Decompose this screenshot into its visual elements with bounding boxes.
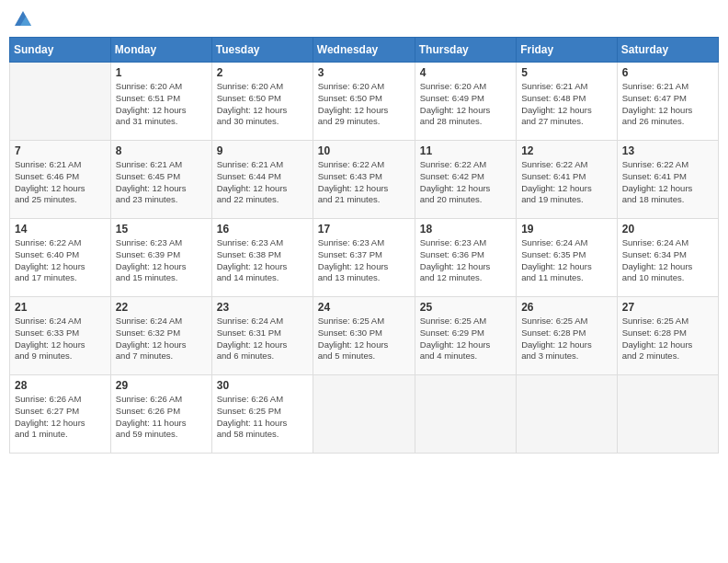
day-number: 23 — [217, 301, 308, 314]
calendar-cell: 7Sunrise: 6:21 AM Sunset: 6:46 PM Daylig… — [10, 141, 111, 219]
day-info: Sunrise: 6:24 AM Sunset: 6:32 PM Dayligh… — [116, 316, 207, 362]
calendar-cell: 29Sunrise: 6:26 AM Sunset: 6:26 PM Dayli… — [110, 375, 211, 454]
day-info: Sunrise: 6:25 AM Sunset: 6:28 PM Dayligh… — [622, 316, 713, 362]
day-info: Sunrise: 6:21 AM Sunset: 6:47 PM Dayligh… — [622, 81, 713, 128]
day-info: Sunrise: 6:21 AM Sunset: 6:46 PM Dayligh… — [15, 159, 106, 206]
calendar-cell: 17Sunrise: 6:23 AM Sunset: 6:37 PM Dayli… — [313, 219, 415, 297]
day-info: Sunrise: 6:22 AM Sunset: 6:40 PM Dayligh… — [15, 237, 106, 284]
calendar-cell: 8Sunrise: 6:21 AM Sunset: 6:45 PM Daylig… — [110, 141, 211, 219]
day-number: 12 — [521, 144, 612, 157]
day-number: 21 — [15, 301, 106, 314]
day-number: 28 — [15, 379, 106, 392]
day-number: 16 — [217, 223, 308, 236]
day-info: Sunrise: 6:21 AM Sunset: 6:48 PM Dayligh… — [521, 81, 612, 128]
day-number: 8 — [116, 144, 207, 157]
calendar-cell: 19Sunrise: 6:24 AM Sunset: 6:35 PM Dayli… — [517, 219, 618, 297]
day-number: 5 — [521, 66, 612, 79]
week-row-5: 28Sunrise: 6:26 AM Sunset: 6:27 PM Dayli… — [10, 375, 719, 454]
day-info: Sunrise: 6:23 AM Sunset: 6:38 PM Dayligh… — [217, 237, 308, 284]
day-number: 29 — [116, 379, 207, 392]
week-row-4: 21Sunrise: 6:24 AM Sunset: 6:33 PM Dayli… — [10, 297, 719, 375]
calendar-cell: 1Sunrise: 6:20 AM Sunset: 6:51 PM Daylig… — [110, 63, 211, 141]
day-info: Sunrise: 6:21 AM Sunset: 6:45 PM Dayligh… — [116, 159, 207, 206]
day-info: Sunrise: 6:26 AM Sunset: 6:27 PM Dayligh… — [15, 394, 106, 441]
calendar-cell: 2Sunrise: 6:20 AM Sunset: 6:50 PM Daylig… — [211, 63, 313, 141]
day-info: Sunrise: 6:24 AM Sunset: 6:35 PM Dayligh… — [521, 237, 612, 284]
day-number: 10 — [318, 144, 410, 157]
week-row-3: 14Sunrise: 6:22 AM Sunset: 6:40 PM Dayli… — [10, 219, 719, 297]
column-header-monday: Monday — [110, 38, 211, 63]
day-number: 13 — [622, 144, 713, 157]
column-header-saturday: Saturday — [617, 38, 718, 63]
calendar-cell — [415, 375, 516, 454]
day-number: 9 — [217, 144, 308, 157]
calendar-cell: 15Sunrise: 6:23 AM Sunset: 6:39 PM Dayli… — [110, 219, 211, 297]
logo-icon — [13, 9, 33, 29]
day-number: 6 — [622, 66, 713, 79]
calendar-cell: 26Sunrise: 6:25 AM Sunset: 6:28 PM Dayli… — [517, 297, 618, 375]
calendar-cell: 22Sunrise: 6:24 AM Sunset: 6:32 PM Dayli… — [110, 297, 211, 375]
calendar-cell — [617, 375, 718, 454]
day-number: 3 — [318, 66, 410, 79]
day-info: Sunrise: 6:25 AM Sunset: 6:30 PM Dayligh… — [318, 316, 410, 362]
column-header-tuesday: Tuesday — [211, 38, 313, 63]
day-info: Sunrise: 6:24 AM Sunset: 6:34 PM Dayligh… — [622, 237, 713, 284]
calendar-cell: 10Sunrise: 6:22 AM Sunset: 6:43 PM Dayli… — [313, 141, 415, 219]
day-info: Sunrise: 6:22 AM Sunset: 6:41 PM Dayligh… — [521, 159, 612, 206]
day-info: Sunrise: 6:26 AM Sunset: 6:25 PM Dayligh… — [217, 394, 308, 441]
column-header-friday: Friday — [517, 38, 618, 63]
day-info: Sunrise: 6:22 AM Sunset: 6:42 PM Dayligh… — [420, 159, 511, 206]
calendar-cell — [10, 63, 111, 141]
calendar-cell: 9Sunrise: 6:21 AM Sunset: 6:44 PM Daylig… — [211, 141, 313, 219]
column-header-wednesday: Wednesday — [313, 38, 415, 63]
day-number: 25 — [420, 301, 511, 314]
calendar-table: SundayMondayTuesdayWednesdayThursdayFrid… — [9, 37, 719, 454]
calendar-cell — [313, 375, 415, 454]
day-number: 17 — [318, 223, 410, 236]
day-info: Sunrise: 6:25 AM Sunset: 6:29 PM Dayligh… — [420, 316, 511, 362]
day-number: 2 — [217, 66, 308, 79]
calendar-cell — [517, 375, 618, 454]
column-header-thursday: Thursday — [415, 38, 516, 63]
calendar-cell: 23Sunrise: 6:24 AM Sunset: 6:31 PM Dayli… — [211, 297, 313, 375]
day-info: Sunrise: 6:20 AM Sunset: 6:50 PM Dayligh… — [318, 81, 410, 128]
day-info: Sunrise: 6:20 AM Sunset: 6:49 PM Dayligh… — [420, 81, 511, 128]
day-number: 22 — [116, 301, 207, 314]
calendar-cell: 20Sunrise: 6:24 AM Sunset: 6:34 PM Dayli… — [617, 219, 718, 297]
calendar-cell: 11Sunrise: 6:22 AM Sunset: 6:42 PM Dayli… — [415, 141, 516, 219]
logo — [13, 9, 35, 29]
day-number: 15 — [116, 223, 207, 236]
day-info: Sunrise: 6:24 AM Sunset: 6:33 PM Dayligh… — [15, 316, 106, 362]
calendar-cell: 28Sunrise: 6:26 AM Sunset: 6:27 PM Dayli… — [10, 375, 111, 454]
calendar-cell: 5Sunrise: 6:21 AM Sunset: 6:48 PM Daylig… — [517, 63, 618, 141]
calendar-cell: 13Sunrise: 6:22 AM Sunset: 6:41 PM Dayli… — [617, 141, 718, 219]
day-number: 11 — [420, 144, 511, 157]
day-number: 18 — [420, 223, 511, 236]
calendar-cell: 24Sunrise: 6:25 AM Sunset: 6:30 PM Dayli… — [313, 297, 415, 375]
page-header — [9, 9, 719, 29]
calendar-cell: 14Sunrise: 6:22 AM Sunset: 6:40 PM Dayli… — [10, 219, 111, 297]
day-info: Sunrise: 6:22 AM Sunset: 6:43 PM Dayligh… — [318, 159, 410, 206]
day-info: Sunrise: 6:23 AM Sunset: 6:37 PM Dayligh… — [318, 237, 410, 284]
day-number: 30 — [217, 379, 308, 392]
day-number: 27 — [622, 301, 713, 314]
calendar-cell: 16Sunrise: 6:23 AM Sunset: 6:38 PM Dayli… — [211, 219, 313, 297]
day-info: Sunrise: 6:20 AM Sunset: 6:51 PM Dayligh… — [116, 81, 207, 128]
day-number: 19 — [521, 223, 612, 236]
day-info: Sunrise: 6:26 AM Sunset: 6:26 PM Dayligh… — [116, 394, 207, 441]
day-number: 4 — [420, 66, 511, 79]
calendar-cell: 27Sunrise: 6:25 AM Sunset: 6:28 PM Dayli… — [617, 297, 718, 375]
calendar-cell: 6Sunrise: 6:21 AM Sunset: 6:47 PM Daylig… — [617, 63, 718, 141]
day-info: Sunrise: 6:24 AM Sunset: 6:31 PM Dayligh… — [217, 316, 308, 362]
day-number: 20 — [622, 223, 713, 236]
day-number: 1 — [116, 66, 207, 79]
calendar-cell: 4Sunrise: 6:20 AM Sunset: 6:49 PM Daylig… — [415, 63, 516, 141]
day-number: 7 — [15, 144, 106, 157]
calendar-cell: 21Sunrise: 6:24 AM Sunset: 6:33 PM Dayli… — [10, 297, 111, 375]
calendar-header-row: SundayMondayTuesdayWednesdayThursdayFrid… — [10, 38, 719, 63]
calendar-cell: 3Sunrise: 6:20 AM Sunset: 6:50 PM Daylig… — [313, 63, 415, 141]
day-number: 24 — [318, 301, 410, 314]
calendar-cell: 25Sunrise: 6:25 AM Sunset: 6:29 PM Dayli… — [415, 297, 516, 375]
day-info: Sunrise: 6:20 AM Sunset: 6:50 PM Dayligh… — [217, 81, 308, 128]
calendar-cell: 12Sunrise: 6:22 AM Sunset: 6:41 PM Dayli… — [517, 141, 618, 219]
